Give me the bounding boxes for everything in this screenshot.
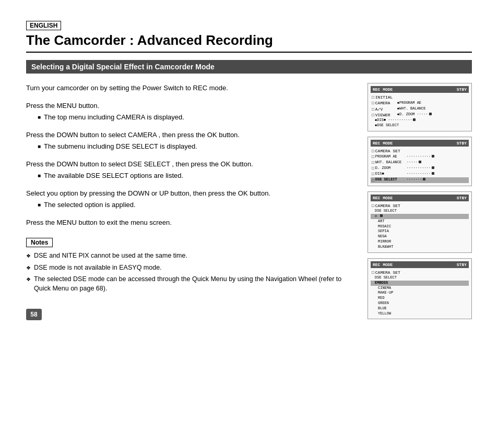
- screen3-row-mosaic: MOSAIC: [371, 224, 469, 229]
- step-1: Turn your camcorder on by setting the Po…: [26, 83, 357, 93]
- step-6-text: Press the MENU button to exit the menu s…: [26, 219, 172, 226]
- screen3-row-mirror: MIRROR: [371, 239, 469, 245]
- screen4-row-makeup: MAKE·UP: [371, 290, 469, 296]
- screen1-row-viewer: □VIEWER◆D. ZOOM ·····: [371, 112, 469, 118]
- screen3-row-blkwht: BLK&WHT: [371, 245, 469, 250]
- step-4: Press the DOWN button to select DSE SELE…: [26, 159, 357, 181]
- screen4-row-blue: BLUE: [371, 306, 469, 311]
- screen3-row-blank: ◇: [371, 214, 469, 219]
- screen3-row-cameraset: □CAMERA SET: [371, 203, 469, 209]
- camera-screen-3: REC MODE STBY □CAMERA SET DSE SELECT ◇ A…: [367, 191, 472, 253]
- step-1-text: Turn your camcorder on by setting the Po…: [26, 84, 228, 92]
- screen4-row-cinema: CINEMA: [371, 286, 469, 291]
- step-2-text: Press the MENU button.: [26, 102, 99, 110]
- content-area: Turn your camcorder on by setting the Po…: [26, 83, 472, 319]
- screen4-row-green: GREEN: [371, 301, 469, 306]
- english-badge: ENGLISH: [26, 21, 61, 30]
- screen2-row-dzoom: □D. ZOOM···········: [371, 165, 469, 171]
- screen4-row-red: RED: [371, 296, 469, 301]
- note-1: DSE and NITE PIX cannot be used at the s…: [26, 251, 357, 261]
- section-header: Selecting a Digital Special Effect in Ca…: [26, 60, 472, 74]
- note-2: DSE mode is not available in EASYQ mode.: [26, 263, 357, 273]
- step-4-sub: The available DSE SELECT options are lis…: [38, 171, 357, 181]
- screen3-row-dseselect: DSE SELECT: [371, 209, 469, 214]
- screen1-row-dis: ◆DIS■ ···········: [371, 118, 469, 123]
- notes-section: Notes DSE and NITE PIX cannot be used at…: [26, 238, 357, 293]
- screen2-header-right: STBY: [457, 140, 467, 146]
- step-3-text: Press the DOWN button to select CAMERA ,…: [26, 131, 240, 139]
- screen2-row-whtbalance: □WHT. BALANCE·····: [371, 160, 469, 165]
- step-2-sub: The top menu including CAMERA is display…: [38, 112, 357, 123]
- screen1-row-dse: ◆DSE SELECT: [371, 123, 469, 128]
- screen4-row-yellow: YELLOW: [371, 311, 469, 317]
- step-6: Press the MENU button to exit the menu s…: [26, 217, 357, 228]
- page-number: 58: [26, 309, 42, 320]
- screen3-header-left: REC MODE: [373, 195, 393, 201]
- screen4-header-right: STBY: [457, 262, 467, 268]
- screen2-row-programae: □PROGRAM AE···········: [371, 154, 469, 160]
- screen4-row-emboss: EMBOSS: [371, 281, 469, 286]
- step-5-sub: The selected option is applied.: [38, 200, 357, 210]
- left-column: Turn your camcorder on by setting the Po…: [26, 83, 357, 319]
- step-3-sub: The submenu including DSE SELECT is disp…: [38, 141, 357, 152]
- screen4-row-dseselect: DSE SELECT: [371, 275, 469, 281]
- screen4-header-left: REC MODE: [373, 262, 393, 268]
- step-2: Press the MENU button. The top menu incl…: [26, 101, 357, 123]
- camera-screen-2: REC MODE STBY □CAMERA SET □PROGRAM AE···…: [367, 137, 472, 186]
- screen1-row-initial: □INITIAL: [371, 94, 469, 100]
- screen2-row-dseselect: □DSE SELECT·······: [371, 177, 469, 183]
- screen4-row-cameraset: □CAMERA SET: [371, 270, 469, 275]
- screen1-row-av: □A/V◆WHT. BALANCE: [371, 106, 469, 112]
- screen2-row-dis: □DIS■···········: [371, 171, 469, 177]
- notes-label: Notes: [26, 238, 53, 247]
- screen3-row-sepia: SEPIA: [371, 229, 469, 234]
- step-3: Press the DOWN button to select CAMERA ,…: [26, 130, 357, 152]
- screen3-row-nega: NEGA: [371, 234, 469, 239]
- page: ENGLISH The Camcorder : Advanced Recordi…: [0, 0, 498, 335]
- screen1-header-left: REC MODE: [373, 87, 393, 92]
- step-5-text: Select you option by pressing the DOWN o…: [26, 189, 270, 197]
- screen1-header-right: STBY: [457, 87, 467, 92]
- screen3-header-right: STBY: [457, 195, 467, 201]
- step-4-text: Press the DOWN button to select DSE SELE…: [26, 160, 253, 168]
- screen2-row-cameraset: □CAMERA SET: [371, 148, 469, 154]
- page-title: The Camcorder : Advanced Recording: [26, 32, 472, 53]
- camera-screen-4: REC MODE STBY □CAMERA SET DSE SELECT EMB…: [367, 258, 472, 320]
- right-column: REC MODE STBY □INITIAL □CAMERA◆PROGRAM A…: [367, 83, 472, 319]
- step-5: Select you option by pressing the DOWN o…: [26, 188, 357, 210]
- note-3: The selected DSE mode can be accessed th…: [26, 275, 357, 293]
- screen3-row-art: ART: [371, 219, 469, 224]
- camera-screen-1: REC MODE STBY □INITIAL □CAMERA◆PROGRAM A…: [367, 83, 472, 131]
- screen1-row-camera: □CAMERA◆PROGRAM AE: [371, 100, 469, 106]
- screen2-header-left: REC MODE: [373, 140, 393, 146]
